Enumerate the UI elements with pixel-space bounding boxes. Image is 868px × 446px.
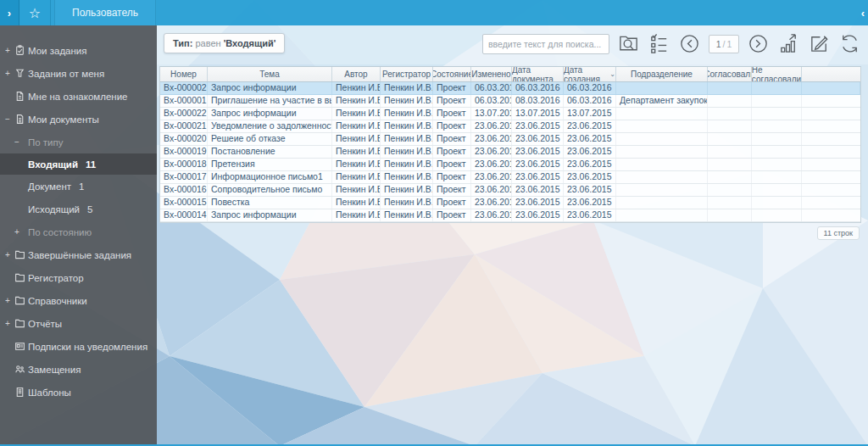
- next-page-icon[interactable]: [747, 32, 770, 55]
- expand-panel-button[interactable]: ›: [0, 0, 19, 25]
- table-row-8[interactable]: Вх-000016Сопроводительное письмоПенкин И…: [160, 184, 860, 197]
- column-header-8[interactable]: Подразделение: [616, 67, 708, 81]
- column-header-3[interactable]: Регистратор: [381, 67, 433, 81]
- search-input[interactable]: [482, 34, 609, 54]
- subscriptions-icon: [14, 341, 28, 352]
- sidebar-item-7[interactable]: Исходящий5: [0, 198, 157, 220]
- tree-expander[interactable]: +: [0, 46, 14, 55]
- table-row-1[interactable]: Вх-000001Приглашение на участие в выстав…: [160, 95, 860, 108]
- tree-expander[interactable]: −: [14, 137, 28, 147]
- sort-desc-icon: ⌄: [609, 70, 615, 78]
- column-header-label: Дата создания: [564, 67, 607, 81]
- filter-chip[interactable]: Тип: равен 'Входящий': [164, 33, 285, 53]
- page-indicator[interactable]: 1 / 1: [709, 35, 739, 53]
- tree-expander[interactable]: −: [0, 114, 14, 124]
- sidebar-item-1[interactable]: +Задания от меня: [0, 62, 157, 85]
- tree-expander[interactable]: +: [0, 250, 14, 259]
- column-header-2[interactable]: Автор: [332, 67, 381, 81]
- collapse-right-button[interactable]: ‹: [861, 0, 865, 25]
- tree-expander[interactable]: +: [0, 69, 14, 78]
- edit-icon[interactable]: [808, 32, 831, 55]
- table-row-6[interactable]: Вх-000018ПретензияПенкин И.В.Пенкин И.В.…: [160, 159, 860, 171]
- column-header-label: Согласовали: [708, 70, 752, 79]
- column-header-0[interactable]: Номер: [160, 67, 208, 81]
- column-header-label: Не согласовали: [752, 67, 801, 81]
- column-header-1[interactable]: Тема: [208, 67, 332, 81]
- column-header-4[interactable]: Состояние: [433, 67, 471, 81]
- cell: 23.06.2015: [512, 133, 564, 145]
- folder-icon: [14, 295, 28, 306]
- tab-user[interactable]: Пользователь: [54, 0, 156, 25]
- cell: Пенкин И.В.: [381, 159, 433, 170]
- favorites-star-icon[interactable]: ☆: [19, 0, 51, 25]
- table-row-5[interactable]: Вх-000019ПостановлениеПенкин И.В.Пенкин …: [160, 146, 860, 159]
- sidebar-item-10[interactable]: Регистратор: [0, 266, 157, 289]
- templates-icon: [14, 387, 28, 398]
- cell: [616, 197, 708, 209]
- table-row-2[interactable]: Вх-000022Запрос информацииПенкин И.В.Пен…: [160, 108, 860, 120]
- column-header-label: Автор: [344, 70, 367, 79]
- cell: 23.06.2015: [471, 171, 512, 183]
- cell: Проект: [433, 171, 471, 183]
- sidebar-item-9[interactable]: +Завершённые задания: [0, 243, 157, 266]
- column-header-10[interactable]: Не согласовали: [752, 67, 802, 81]
- table-row-7[interactable]: Вх-000017Информационное письмо1Пенкин И.…: [160, 171, 860, 184]
- table-row-3[interactable]: Вх-000021Уведомление о задолженностиПенк…: [160, 120, 860, 133]
- column-header-label: Дата документа: [512, 67, 563, 81]
- sidebar-item-label: По типу: [28, 137, 64, 148]
- column-header-9[interactable]: Согласовали: [708, 67, 752, 81]
- table-row-4[interactable]: Вх-000020Решеие об отказеПенкин И.В.Пенк…: [160, 133, 860, 146]
- view-settings-icon[interactable]: [648, 32, 670, 55]
- cell: 23.06.2015: [512, 146, 564, 158]
- cell: Претензия: [208, 159, 332, 170]
- table-row-10[interactable]: Вх-000014Запрос информацииПенкин И.В.Пен…: [160, 209, 860, 222]
- column-header-5[interactable]: Изменено: [471, 67, 512, 81]
- table-row-0[interactable]: Вх-000002Запрос информацииПенкин И.В.Пен…: [160, 82, 860, 95]
- sidebar-item-2[interactable]: Мне на ознакомление: [0, 85, 157, 108]
- chart-icon[interactable]: [777, 32, 800, 55]
- cell: Пенкин И.В.: [381, 171, 433, 183]
- cell: Запрос информации: [208, 82, 332, 94]
- tree-expander[interactable]: +: [0, 296, 14, 305]
- sidebar-item-6[interactable]: Документ1: [0, 175, 157, 198]
- sidebar-item-4[interactable]: −По типу: [0, 131, 157, 153]
- cell: [752, 133, 802, 145]
- sidebar-items: +Мои задания+Задания от меняМне на ознак…: [0, 39, 157, 404]
- cell: [708, 209, 752, 221]
- cell: [616, 159, 708, 170]
- cell: Вх-000002: [160, 82, 208, 94]
- advanced-search-icon[interactable]: [617, 32, 640, 55]
- cell-filler: [802, 133, 860, 145]
- cell: Пенкин И.В.: [381, 82, 433, 94]
- sidebar-item-label: Шаблоны: [28, 387, 71, 398]
- sidebar-item-0[interactable]: +Мои задания: [0, 39, 157, 62]
- sidebar-item-label: Подписки на уведомления: [28, 342, 147, 352]
- table-row-9[interactable]: Вх-000015ПовесткаПенкин И.В.Пенкин И.В.П…: [160, 197, 860, 209]
- sidebar-item-3[interactable]: −Мои документы: [0, 108, 157, 131]
- tree-expander[interactable]: +: [0, 319, 14, 328]
- refresh-icon[interactable]: [838, 32, 861, 55]
- page-total: 1: [726, 39, 732, 49]
- cell: [708, 159, 752, 170]
- cell: [752, 197, 802, 209]
- cell: Проект: [433, 159, 471, 170]
- column-header-filler: [802, 67, 860, 81]
- cell: [708, 133, 752, 145]
- sidebar-item-label: Документ: [28, 181, 71, 192]
- sidebar-item-15[interactable]: Шаблоны: [0, 381, 157, 404]
- sidebar-item-12[interactable]: +Отчёты: [0, 312, 157, 335]
- sidebar-item-8[interactable]: +По состоянию: [0, 220, 157, 243]
- sidebar-item-13[interactable]: Подписки на уведомления: [0, 335, 157, 358]
- cell: [708, 108, 752, 120]
- column-header-7[interactable]: Дата создания⌄: [564, 67, 616, 81]
- sidebar-item-14[interactable]: Замещения: [0, 358, 157, 381]
- cell: Пенкин И.В.: [332, 82, 381, 94]
- cell: Вх-000015: [160, 197, 208, 209]
- sidebar-item-5[interactable]: Входящий11: [0, 153, 157, 175]
- cell-filler: [802, 95, 860, 107]
- tree-expander[interactable]: +: [14, 227, 28, 237]
- column-header-6[interactable]: Дата документа: [512, 67, 564, 81]
- prev-page-icon[interactable]: [678, 32, 701, 55]
- acquaint-icon: [14, 91, 28, 102]
- sidebar-item-11[interactable]: +Справочники: [0, 289, 157, 312]
